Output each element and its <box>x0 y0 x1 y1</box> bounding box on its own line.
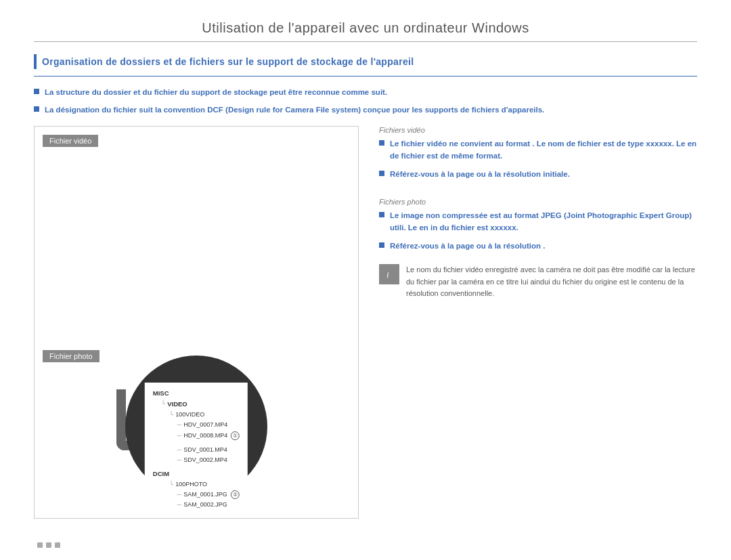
tree-v2f1: ─ SDV_0001.MP4 <box>153 445 240 455</box>
note-svg-icon: i <box>382 267 396 281</box>
right-panel: Fichiers vidéo Le fichier vidéo ne convi… <box>372 126 697 519</box>
photo-bullet-text-1: Le image non compressée est au format JP… <box>390 209 697 234</box>
bullet-2: La désignation du fichier suit la conven… <box>34 104 697 116</box>
video-bullet-2: Référez-vous à la page ou à la résolutio… <box>379 168 697 180</box>
file-tree: MISC └ VIDEO └ 100VIDEO ─ HDV_0007.MP4 <box>145 383 248 516</box>
num-2: ② <box>231 490 240 499</box>
page-dot-2 <box>46 542 51 548</box>
video-bullet-square-1 <box>379 140 384 146</box>
photo-bullet-square-2 <box>379 242 384 248</box>
video-bullet-square-2 <box>379 171 384 176</box>
section-heading-bar <box>34 54 37 69</box>
photo-bullet-1: Le image non compressée est au format JP… <box>379 209 697 234</box>
page-title: Utilisation de l'appareil avec un ordina… <box>34 20 697 36</box>
video-section-label: Fichiers vidéo <box>379 126 697 134</box>
content-area: Fichier vidéo Fichier photo MISC └ <box>34 126 697 519</box>
photo-section-label: Fichiers photo <box>379 198 697 206</box>
tree-p1f2: ─ SAM_0002.JPG <box>153 500 240 510</box>
tree-v1f2: ─ HDV_0008.MP4 ① <box>153 431 240 441</box>
svg-rect-0 <box>382 267 396 281</box>
photo-bullet-2: Référez-vous à la page ou à la résolutio… <box>379 240 697 252</box>
tree-p1f1: ─ SAM_0001.JPG ② <box>153 490 240 500</box>
section-heading: Organisation de dossiers et de fichiers … <box>34 54 697 69</box>
bullet-square-1 <box>34 89 39 94</box>
label-photo: Fichier photo <box>43 350 99 362</box>
num-1: ① <box>231 431 240 440</box>
page-dot-1 <box>37 542 43 548</box>
video-bullet-text-1: Le fichier vidéo ne convient au format .… <box>390 137 697 163</box>
tree-misc: MISC <box>153 388 240 399</box>
note-text: Le nom du fichier vidéo enregistré avec … <box>406 264 697 300</box>
top-bullets: La structure du dossier et du fichier du… <box>34 86 697 116</box>
tree-dcim: DCIM <box>153 469 240 479</box>
tree-v1f1: ─ HDV_0007.MP4 <box>153 420 240 430</box>
tree-video: └ VIDEO <box>153 399 240 410</box>
note-block: i Le nom du fichier vidéo enregistré ave… <box>379 264 697 300</box>
bullet-1: La structure du dossier et du fichier du… <box>34 86 697 98</box>
page-dot-3 <box>55 542 60 548</box>
bullet-square-2 <box>34 106 39 112</box>
page-container: Utilisation de l'appareil avec un ordina… <box>0 0 731 560</box>
label-video: Fichier vidéo <box>43 135 98 147</box>
section-divider <box>34 76 697 77</box>
title-divider <box>34 41 697 42</box>
bullet-text-1: La structure du dossier et du fichier du… <box>45 86 387 98</box>
camera-diagram: MISC └ VIDEO └ 100VIDEO ─ HDV_0007.MP4 <box>102 349 291 498</box>
camera-body: MISC └ VIDEO └ 100VIDEO ─ HDV_0007.MP4 <box>125 356 267 498</box>
svg-text:i: i <box>386 270 389 280</box>
video-bullet-text-2: Référez-vous à la page ou à la résolutio… <box>390 168 570 180</box>
video-bullet-1: Le fichier vidéo ne convient au format .… <box>379 137 697 163</box>
bullet-text-2: La désignation du fichier suit la conven… <box>45 104 544 116</box>
photo-bullet-text-2: Référez-vous à la page ou à la résolutio… <box>390 240 545 252</box>
tree-p1: └ 100PHOTO <box>153 479 240 490</box>
tree-v1: └ 100VIDEO <box>153 410 240 420</box>
tree-v2f2: ─ SDV_0002.MP4 <box>153 455 240 465</box>
left-panel: Fichier vidéo Fichier photo MISC └ <box>34 126 359 519</box>
photo-bullet-square-1 <box>379 212 384 217</box>
page-indicator <box>37 542 60 548</box>
section-heading-text: Organisation de dossiers et de fichiers … <box>42 56 414 67</box>
note-icon: i <box>379 264 399 284</box>
